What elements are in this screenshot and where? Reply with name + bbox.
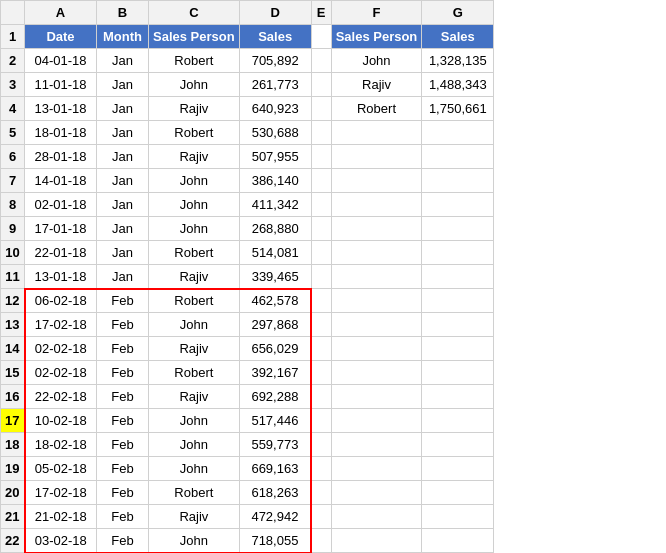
- cell-4-G[interactable]: 1,750,661: [422, 97, 494, 121]
- cell-6-C[interactable]: Rajiv: [149, 145, 240, 169]
- cell-10-G[interactable]: [422, 241, 494, 265]
- cell-16-C[interactable]: Rajiv: [149, 385, 240, 409]
- cell-1-B[interactable]: Month: [97, 25, 149, 49]
- cell-19-C[interactable]: John: [149, 457, 240, 481]
- cell-1-F[interactable]: Sales Person: [331, 25, 422, 49]
- cell-2-C[interactable]: Robert: [149, 49, 240, 73]
- cell-1-C[interactable]: Sales Person: [149, 25, 240, 49]
- cell-15-F[interactable]: [331, 361, 422, 385]
- cell-3-B[interactable]: Jan: [97, 73, 149, 97]
- cell-15-C[interactable]: Robert: [149, 361, 240, 385]
- cell-16-F[interactable]: [331, 385, 422, 409]
- cell-13-F[interactable]: [331, 313, 422, 337]
- cell-7-G[interactable]: [422, 169, 494, 193]
- cell-14-B[interactable]: Feb: [97, 337, 149, 361]
- cell-19-F[interactable]: [331, 457, 422, 481]
- cell-20-G[interactable]: [422, 481, 494, 505]
- cell-16-G[interactable]: [422, 385, 494, 409]
- cell-22-F[interactable]: [331, 529, 422, 553]
- cell-9-D[interactable]: 268,880: [239, 217, 311, 241]
- cell-4-D[interactable]: 640,923: [239, 97, 311, 121]
- cell-9-C[interactable]: John: [149, 217, 240, 241]
- cell-18-G[interactable]: [422, 433, 494, 457]
- cell-5-B[interactable]: Jan: [97, 121, 149, 145]
- cell-21-B[interactable]: Feb: [97, 505, 149, 529]
- cell-10-F[interactable]: [331, 241, 422, 265]
- cell-6-B[interactable]: Jan: [97, 145, 149, 169]
- cell-3-F[interactable]: Rajiv: [331, 73, 422, 97]
- cell-17-A[interactable]: 10-02-18: [25, 409, 97, 433]
- cell-18-B[interactable]: Feb: [97, 433, 149, 457]
- cell-1-A[interactable]: Date: [25, 25, 97, 49]
- cell-5-F[interactable]: [331, 121, 422, 145]
- cell-9-F[interactable]: [331, 217, 422, 241]
- cell-6-D[interactable]: 507,955: [239, 145, 311, 169]
- cell-7-B[interactable]: Jan: [97, 169, 149, 193]
- cell-11-D[interactable]: 339,465: [239, 265, 311, 289]
- cell-19-G[interactable]: [422, 457, 494, 481]
- cell-21-G[interactable]: [422, 505, 494, 529]
- cell-16-A[interactable]: 22-02-18: [25, 385, 97, 409]
- cell-14-G[interactable]: [422, 337, 494, 361]
- cell-15-G[interactable]: [422, 361, 494, 385]
- cell-20-B[interactable]: Feb: [97, 481, 149, 505]
- cell-20-C[interactable]: Robert: [149, 481, 240, 505]
- cell-12-A[interactable]: 06-02-18: [25, 289, 97, 313]
- cell-4-B[interactable]: Jan: [97, 97, 149, 121]
- cell-14-D[interactable]: 656,029: [239, 337, 311, 361]
- cell-14-A[interactable]: 02-02-18: [25, 337, 97, 361]
- cell-2-D[interactable]: 705,892: [239, 49, 311, 73]
- cell-14-F[interactable]: [331, 337, 422, 361]
- cell-2-A[interactable]: 04-01-18: [25, 49, 97, 73]
- cell-16-B[interactable]: Feb: [97, 385, 149, 409]
- cell-10-D[interactable]: 514,081: [239, 241, 311, 265]
- cell-17-F[interactable]: [331, 409, 422, 433]
- cell-11-C[interactable]: Rajiv: [149, 265, 240, 289]
- cell-10-A[interactable]: 22-01-18: [25, 241, 97, 265]
- cell-3-D[interactable]: 261,773: [239, 73, 311, 97]
- cell-12-D[interactable]: 462,578: [239, 289, 311, 313]
- cell-8-C[interactable]: John: [149, 193, 240, 217]
- cell-2-G[interactable]: 1,328,135: [422, 49, 494, 73]
- cell-6-F[interactable]: [331, 145, 422, 169]
- cell-9-B[interactable]: Jan: [97, 217, 149, 241]
- cell-11-F[interactable]: [331, 265, 422, 289]
- cell-2-F[interactable]: John: [331, 49, 422, 73]
- cell-3-G[interactable]: 1,488,343: [422, 73, 494, 97]
- cell-22-C[interactable]: John: [149, 529, 240, 553]
- cell-17-G[interactable]: [422, 409, 494, 433]
- cell-1-G[interactable]: Sales: [422, 25, 494, 49]
- cell-19-B[interactable]: Feb: [97, 457, 149, 481]
- cell-19-D[interactable]: 669,163: [239, 457, 311, 481]
- cell-11-B[interactable]: Jan: [97, 265, 149, 289]
- cell-7-D[interactable]: 386,140: [239, 169, 311, 193]
- cell-3-A[interactable]: 11-01-18: [25, 73, 97, 97]
- cell-20-D[interactable]: 618,263: [239, 481, 311, 505]
- cell-17-B[interactable]: Feb: [97, 409, 149, 433]
- cell-18-A[interactable]: 18-02-18: [25, 433, 97, 457]
- cell-2-B[interactable]: Jan: [97, 49, 149, 73]
- cell-19-A[interactable]: 05-02-18: [25, 457, 97, 481]
- cell-21-A[interactable]: 21-02-18: [25, 505, 97, 529]
- cell-10-C[interactable]: Robert: [149, 241, 240, 265]
- cell-22-A[interactable]: 03-02-18: [25, 529, 97, 553]
- cell-8-A[interactable]: 02-01-18: [25, 193, 97, 217]
- cell-8-F[interactable]: [331, 193, 422, 217]
- cell-8-B[interactable]: Jan: [97, 193, 149, 217]
- cell-14-C[interactable]: Rajiv: [149, 337, 240, 361]
- cell-13-A[interactable]: 17-02-18: [25, 313, 97, 337]
- cell-12-F[interactable]: [331, 289, 422, 313]
- cell-4-C[interactable]: Rajiv: [149, 97, 240, 121]
- cell-15-D[interactable]: 392,167: [239, 361, 311, 385]
- cell-13-C[interactable]: John: [149, 313, 240, 337]
- cell-12-C[interactable]: Robert: [149, 289, 240, 313]
- cell-4-A[interactable]: 13-01-18: [25, 97, 97, 121]
- cell-7-F[interactable]: [331, 169, 422, 193]
- cell-11-G[interactable]: [422, 265, 494, 289]
- cell-11-A[interactable]: 13-01-18: [25, 265, 97, 289]
- cell-1-D[interactable]: Sales: [239, 25, 311, 49]
- cell-7-C[interactable]: John: [149, 169, 240, 193]
- cell-17-D[interactable]: 517,446: [239, 409, 311, 433]
- cell-16-D[interactable]: 692,288: [239, 385, 311, 409]
- cell-6-A[interactable]: 28-01-18: [25, 145, 97, 169]
